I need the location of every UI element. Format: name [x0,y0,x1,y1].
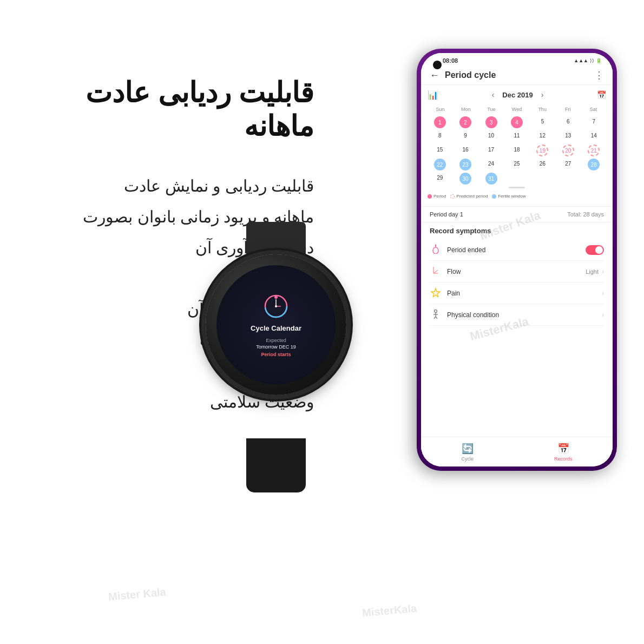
chart-icon[interactable]: 📊 [428,90,438,100]
app-header: ← Period cycle ⋮ [421,66,613,85]
phone-inner: 08:08 ▲▲▲ ⟩⟩ 🔋 ← Period cycle ⋮ [421,53,613,466]
cal-day-14[interactable]: 14 [582,128,606,142]
cal-day-26[interactable]: 26 [530,156,555,170]
physical-icon [430,309,442,320]
pain-icon [430,287,442,299]
total-days-label: Total: 28 days [567,211,604,218]
calendar-week-1: 1 2 3 4 5 6 7 [428,114,606,128]
cal-day-19[interactable]: 19 [530,142,555,156]
cal-day-30[interactable]: 30 [453,170,477,185]
weekdays-row: Sun Mon Tue Wed Thu Fri Sat [428,104,606,114]
bg-watermark-2: MisterKala [362,602,417,620]
svg-point-5 [275,305,277,307]
legend-period-dot [428,194,432,199]
cal-day-1[interactable]: 1 [428,114,452,128]
legend-period: Period [428,194,446,199]
back-button[interactable]: ← [430,70,439,81]
calendar-icon[interactable]: 📅 [597,90,606,99]
period-day-label: Period day 1 [430,211,463,218]
weekday-sun: Sun [428,107,453,112]
svg-point-6 [433,247,438,254]
watch-screen: Cycle Calendar Expected Tomorrow DEC 19 … [216,265,336,384]
legend-predicted: Predicted period [450,194,488,199]
cal-day-3[interactable]: 3 [479,114,503,128]
cal-day-4[interactable]: 4 [504,114,529,128]
cal-day-20[interactable]: 20 [556,142,580,156]
cal-day-27[interactable]: 27 [556,156,580,170]
records-nav-icon: 📅 [557,443,569,455]
cal-day-10[interactable]: 10 [479,128,503,142]
calendar-header: ‹ Dec 2019 › [492,87,544,102]
main-title: قابلیت ردیابی عادت ماهانه [32,76,314,143]
cal-empty-1 [504,170,529,185]
calendar-legend: Period Predicted period Fertile window [428,190,606,202]
weekday-tue: Tue [478,107,504,112]
pain-label: Pain [447,290,602,297]
symptoms-section: Record symptoms Period ended [421,222,613,330]
legend-predicted-label: Predicted period [456,194,488,199]
next-month-button[interactable]: › [541,90,544,99]
app-header-title: Period cycle [445,70,594,80]
more-options-button[interactable]: ⋮ [594,69,604,81]
bottom-nav: 🔄 Cycle 📅 Records [421,437,613,466]
cal-day-9[interactable]: 9 [453,128,477,142]
cal-day-28[interactable]: 28 [582,156,606,170]
cal-day-2[interactable]: 2 [453,114,477,128]
cal-day-24[interactable]: 24 [479,156,503,170]
cal-day-17[interactable]: 17 [479,142,503,156]
calendar-section: 📊 ‹ Dec 2019 › 📅 Sun Mon Tue [421,85,613,206]
cal-day-15[interactable]: 15 [428,142,452,156]
svg-point-2 [274,295,278,299]
cal-day-12[interactable]: 12 [530,128,555,142]
cal-day-11[interactable]: 11 [504,128,529,142]
cal-day-16[interactable]: 16 [453,142,477,156]
symptom-row-period-ended[interactable]: Period ended [430,239,604,261]
physical-chevron: › [602,311,604,319]
cal-day-7[interactable]: 7 [582,114,606,128]
nav-records[interactable]: 📅 Records [554,443,573,462]
legend-period-label: Period [433,194,446,199]
symptom-row-pain[interactable]: Pain › [430,282,604,304]
cal-day-25[interactable]: 25 [504,156,529,170]
cal-day-29[interactable]: 29 [428,170,452,185]
cal-empty-4 [582,170,606,185]
watch-tomorrow: Tomorrow DEC 19 [256,344,296,350]
flow-icon [430,266,442,277]
watch-strap-top [246,222,306,254]
cal-empty-2 [530,170,555,185]
watch-strap-bottom [246,438,306,492]
cycle-nav-label: Cycle [461,456,474,462]
symptoms-title: Record symptoms [430,227,604,235]
prev-month-button[interactable]: ‹ [492,90,495,99]
period-ended-icon [430,244,442,255]
flow-value: Light [586,268,599,275]
cal-day-13[interactable]: 13 [556,128,580,142]
weekday-fri: Fri [555,107,581,112]
symptom-row-flow[interactable]: Flow Light › [430,261,604,282]
flow-label: Flow [447,268,586,275]
cal-day-6[interactable]: 6 [556,114,580,128]
phone-outer: 08:08 ▲▲▲ ⟩⟩ 🔋 ← Period cycle ⋮ [417,49,617,471]
legend-fertile-dot [492,194,496,199]
cal-day-31[interactable]: 31 [479,170,503,185]
nav-cycle[interactable]: 🔄 Cycle [461,443,474,462]
cal-day-22[interactable]: 22 [428,156,452,170]
period-info-bar: Period day 1 Total: 28 days [421,206,613,222]
calendar-week-4: 22 23 24 25 26 27 28 [428,156,606,170]
cal-day-8[interactable]: 8 [428,128,452,142]
status-icons: ▲▲▲ ⟩⟩ 🔋 [574,58,602,63]
cal-day-18[interactable]: 18 [504,142,529,156]
period-ended-label: Period ended [447,246,586,254]
watch-case: Cycle Calendar Expected Tomorrow DEC 19 … [206,254,346,395]
symptom-row-physical[interactable]: Physical condition › [430,304,604,326]
watch-cycle-icon [262,293,290,320]
phone-screen: 08:08 ▲▲▲ ⟩⟩ 🔋 ← Period cycle ⋮ [421,53,613,466]
watch-period-starts: Period starts [261,352,291,357]
calendar-month-label: Dec 2019 [502,91,533,99]
main-container: قابلیت ردیابی عادت ماهانه قابلیت ردیابی … [0,0,644,644]
cal-day-23[interactable]: 23 [453,156,477,170]
cal-day-5[interactable]: 5 [530,114,555,128]
period-ended-toggle[interactable] [586,245,604,255]
cal-day-21[interactable]: 21 [582,142,606,156]
cal-empty-3 [556,170,580,185]
